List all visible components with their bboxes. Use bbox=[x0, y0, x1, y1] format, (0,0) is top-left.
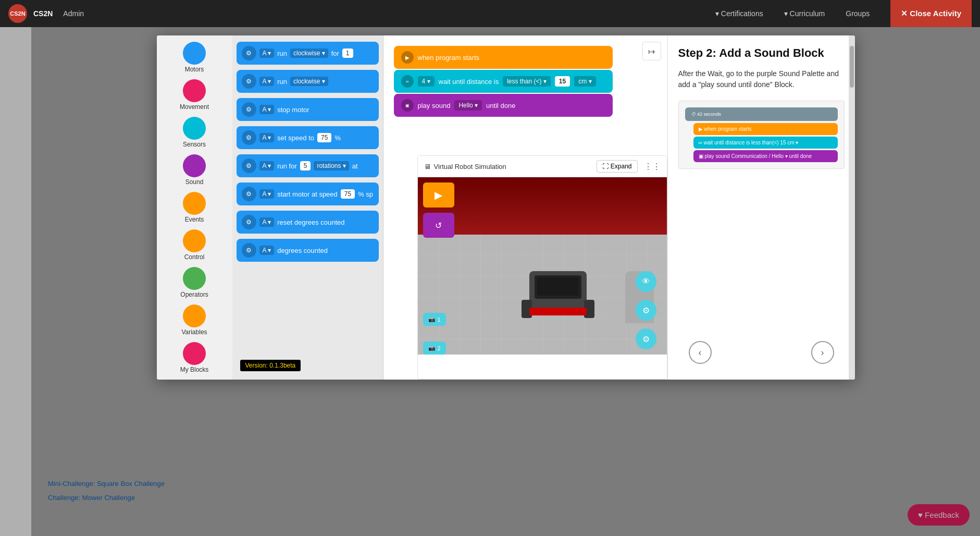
block-motor-icon-5: ⚙ bbox=[242, 159, 256, 173]
palette-item-control[interactable]: Control bbox=[159, 227, 230, 263]
next-arrow-button[interactable]: › bbox=[811, 341, 834, 364]
block-motor-a-2[interactable]: A ▾ bbox=[259, 77, 275, 86]
palette-variables-label: Variables bbox=[181, 328, 207, 336]
instr-block-1: ⏱ 42 seconds bbox=[685, 107, 838, 121]
palette-item-myblocks[interactable]: My Blocks bbox=[159, 340, 230, 375]
play-sound-block[interactable]: ▣ play sound Hello ▾ until done bbox=[394, 94, 613, 117]
wait-text: wait until distance is bbox=[439, 78, 499, 86]
modal-overlay: Motors Movement Sensors Sound Events Con… bbox=[31, 27, 980, 536]
sim-purple-button[interactable]: ↺ bbox=[423, 213, 454, 238]
when-starts-text: when program starts bbox=[418, 54, 480, 62]
program-blocks: ▶ when program starts ∞ 4 ▾ wait until d… bbox=[394, 46, 613, 118]
palette-item-operators[interactable]: Operators bbox=[159, 265, 230, 300]
play-icon: ▶ bbox=[401, 51, 414, 64]
variables-icon bbox=[183, 304, 206, 327]
palette-operators-label: Operators bbox=[180, 291, 208, 298]
workspace-area: ↦ ▶ when program starts ∞ 4 ▾ wait until… bbox=[383, 35, 667, 380]
palette-control-label: Control bbox=[184, 253, 205, 261]
sim-wall bbox=[418, 177, 667, 235]
sim-purple-icon: ↺ bbox=[435, 221, 442, 230]
palette-events-label: Events bbox=[185, 216, 204, 223]
sim-side-icon-3[interactable]: ⚙ bbox=[636, 328, 656, 349]
block-start-speed[interactable]: ⚙ A ▾ start motor at speed 75 % sp bbox=[237, 182, 379, 205]
block-set-speed[interactable]: ⚙ A ▾ set speed to 75 % bbox=[237, 126, 379, 149]
simulation-title: 🖥 Virtual Robot Simulation bbox=[424, 163, 506, 170]
nav-groups[interactable]: Groups bbox=[846, 9, 870, 18]
modal-scrollbar[interactable] bbox=[849, 35, 855, 380]
instr-orange-block: ▶ when program starts bbox=[693, 123, 838, 135]
block-motor-a-7[interactable]: A ▾ bbox=[259, 217, 275, 227]
top-navigation: CS2N CS2N Admin ▾ Certifications ▾ Curri… bbox=[0, 0, 980, 27]
block-rotations[interactable]: rotations ▾ bbox=[314, 161, 349, 170]
motors-icon bbox=[183, 42, 206, 65]
sim-side-icon-1[interactable]: 👁 bbox=[636, 271, 656, 292]
block-motor-icon-2: ⚙ bbox=[242, 74, 256, 89]
block-motor-a-6[interactable]: A ▾ bbox=[259, 189, 275, 199]
sim-options-icon[interactable]: ⋮⋮ bbox=[644, 162, 661, 172]
expand-button[interactable]: ↦ bbox=[642, 42, 661, 60]
palette-item-sensors[interactable]: Sensors bbox=[159, 115, 230, 150]
block-run-clockwise-1[interactable]: ⚙ A ▾ run clockwise ▾ for 1 bbox=[237, 42, 379, 65]
sim-expand-button[interactable]: ⛶ Expand bbox=[597, 160, 637, 173]
nav-admin[interactable]: Admin bbox=[63, 9, 84, 18]
block-clockwise-1[interactable]: clockwise ▾ bbox=[290, 48, 328, 58]
block-motor-a-4[interactable]: A ▾ bbox=[259, 133, 275, 142]
block-motor-icon-6: ⚙ bbox=[242, 187, 256, 201]
sound-icon bbox=[183, 154, 206, 177]
robot-svg bbox=[519, 261, 597, 328]
nav-curriculum[interactable]: ▾ Curriculum bbox=[784, 9, 825, 18]
nav-brand: CS2N bbox=[33, 9, 53, 18]
palette-item-variables[interactable]: Variables bbox=[159, 302, 230, 338]
nav-certifications[interactable]: ▾ Certifications bbox=[715, 9, 763, 18]
navigation-arrows: ‹ › bbox=[678, 336, 845, 369]
sim-play-button[interactable]: ▶ bbox=[423, 182, 454, 208]
block-motor-a-8[interactable]: A ▾ bbox=[259, 246, 275, 255]
sound-name[interactable]: Hello ▾ bbox=[454, 100, 482, 111]
wait-comparison[interactable]: less than (<) ▾ bbox=[503, 76, 551, 87]
block-motor-a-1[interactable]: A ▾ bbox=[259, 48, 275, 58]
block-motor-icon-3: ⚙ bbox=[242, 102, 256, 117]
block-run-clockwise-2[interactable]: ⚙ A ▾ run clockwise ▾ bbox=[237, 70, 379, 93]
play-sound-text: play sound bbox=[418, 102, 451, 109]
palette-item-motors[interactable]: Motors bbox=[159, 40, 230, 75]
sim-camera-3[interactable]: 📷 2 bbox=[423, 342, 446, 355]
svg-rect-6 bbox=[529, 308, 587, 315]
block-motor-a-3[interactable]: A ▾ bbox=[259, 105, 275, 114]
workspace-canvas[interactable]: ↦ ▶ when program starts ∞ 4 ▾ wait until… bbox=[383, 35, 667, 380]
events-icon bbox=[183, 192, 206, 215]
palette-sensors-label: Sensors bbox=[183, 141, 206, 148]
prev-arrow-button[interactable]: ‹ bbox=[689, 341, 712, 364]
blocks-panel: ⚙ A ▾ run clockwise ▾ for 1 ⚙ A ▾ run cl… bbox=[232, 35, 383, 380]
camera-3-icon: 📷 bbox=[428, 345, 436, 351]
wait-unit[interactable]: cm ▾ bbox=[574, 76, 596, 87]
instructions-panel: Step 2: Add a Sound Block After the Wait… bbox=[667, 35, 855, 380]
palette-sound-label: Sound bbox=[185, 178, 204, 186]
palette-panel: Motors Movement Sensors Sound Events Con… bbox=[157, 35, 232, 380]
simulation-header: 🖥 Virtual Robot Simulation ⛶ Expand ⋮⋮ bbox=[418, 156, 667, 177]
block-run-rotations[interactable]: ⚙ A ▾ run for 5 rotations ▾ at bbox=[237, 154, 379, 177]
sim-side-icon-2[interactable]: ⚙ bbox=[636, 300, 656, 321]
block-degrees-counted[interactable]: ⚙ A ▾ degrees counted bbox=[237, 239, 379, 262]
camera-2-icon: 📷 bbox=[428, 316, 436, 323]
wait-distance-block[interactable]: ∞ 4 ▾ wait until distance is less than (… bbox=[394, 70, 613, 93]
sim-camera-2[interactable]: 📷 1 bbox=[423, 313, 446, 326]
block-motor-icon-1: ⚙ bbox=[242, 46, 256, 60]
close-activity-button[interactable]: ✕ Close Activity bbox=[890, 0, 972, 27]
simulation-panel: 🖥 Virtual Robot Simulation ⛶ Expand ⋮⋮ bbox=[417, 155, 667, 380]
operators-icon bbox=[183, 267, 206, 290]
movement-icon bbox=[183, 79, 206, 102]
block-stop-motor[interactable]: ⚙ A ▾ stop motor bbox=[237, 98, 379, 121]
block-clockwise-2[interactable]: clockwise ▾ bbox=[290, 77, 328, 86]
wait-loop-count[interactable]: 4 ▾ bbox=[418, 76, 435, 87]
myblocks-icon bbox=[183, 342, 206, 365]
palette-item-movement[interactable]: Movement bbox=[159, 77, 230, 113]
palette-myblocks-label: My Blocks bbox=[180, 366, 209, 373]
instructions-body: After the Wait, go to the purple Sound P… bbox=[678, 68, 845, 90]
sim-monitor-icon: 🖥 bbox=[424, 163, 431, 170]
sensors-icon bbox=[183, 117, 206, 140]
block-reset-degrees[interactable]: ⚙ A ▾ reset degrees counted bbox=[237, 211, 379, 234]
block-motor-a-5[interactable]: A ▾ bbox=[259, 161, 275, 170]
when-program-starts-block[interactable]: ▶ when program starts bbox=[394, 46, 613, 69]
palette-item-events[interactable]: Events bbox=[159, 190, 230, 225]
palette-item-sound[interactable]: Sound bbox=[159, 152, 230, 188]
